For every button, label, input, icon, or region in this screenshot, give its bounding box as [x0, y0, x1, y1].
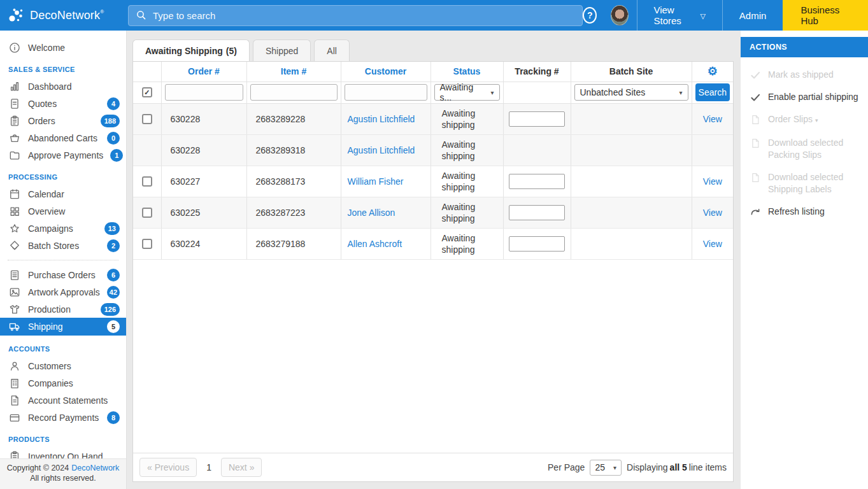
per-page-select[interactable]: 25 ▾	[590, 460, 622, 476]
previous-page-button[interactable]: « Previous	[139, 458, 197, 477]
table-row: 630224 2683279188 Allen Ashcroft Awaitin…	[133, 228, 733, 259]
truck-icon	[8, 320, 21, 333]
section-title-accounts: ACCOUNTS	[0, 336, 126, 357]
tab-awaiting-shipping[interactable]: Awaiting Shipping (5)	[132, 39, 250, 61]
help-icon[interactable]: ?	[583, 7, 597, 24]
action-refresh-listing[interactable]: Refresh listing	[741, 206, 868, 218]
person-icon	[8, 360, 21, 372]
diamond-icon	[8, 239, 21, 252]
sidebar-item-production[interactable]: Production 126	[0, 301, 126, 318]
next-page-button[interactable]: Next »	[221, 458, 262, 477]
sidebar-item-abandoned-carts[interactable]: Abandoned Carts 0	[0, 129, 126, 146]
deconetwork-logo-icon	[8, 7, 24, 24]
calendar-icon	[8, 188, 21, 201]
item-number: 2683287223	[246, 197, 341, 228]
sidebar-item-calendar[interactable]: Calendar	[0, 185, 126, 202]
sidebar-item-dashboard[interactable]: Dashboard	[0, 78, 126, 95]
statement-icon	[8, 394, 21, 407]
row-checkbox[interactable]	[142, 114, 152, 124]
row-checkbox[interactable]	[142, 239, 152, 249]
deconetwork-link[interactable]: DecoNetwork	[71, 464, 119, 472]
header-status[interactable]: Status	[430, 62, 503, 82]
building-icon	[8, 377, 21, 390]
tracking-input[interactable]	[509, 236, 565, 252]
business-hub-tab[interactable]: Business Hub	[783, 0, 868, 31]
sidebar-item-companies[interactable]: Companies	[0, 374, 126, 392]
file-icon	[750, 172, 761, 183]
order-number: 630227	[161, 166, 246, 197]
batch-site-cell	[571, 166, 692, 197]
registered-mark: ®	[100, 9, 104, 15]
top-bar: DecoNetwork® ? View Stores ▽ Admin Busin…	[0, 0, 868, 31]
record-payments-count-badge: 8	[107, 411, 120, 424]
sidebar-item-shipping[interactable]: Shipping 5	[0, 318, 126, 336]
status-text: Awaiting shipping	[430, 197, 503, 228]
tracking-input[interactable]	[509, 111, 565, 127]
caret-down-icon: ▾	[679, 89, 682, 96]
sidebar-item-overview[interactable]: Overview	[0, 202, 126, 220]
view-link[interactable]: View	[692, 114, 734, 124]
search-input[interactable]	[153, 10, 575, 21]
shipping-table: Order # Item # Customer Status Tracking …	[133, 62, 733, 260]
header-order[interactable]: Order #	[161, 62, 246, 82]
sidebar-item-artwork-approvals[interactable]: Artwork Approvals 42	[0, 283, 126, 301]
tab-shipped[interactable]: Shipped	[253, 39, 311, 61]
view-link[interactable]: View	[692, 176, 734, 187]
sidebar-item-record-payments[interactable]: Record Payments 8	[0, 409, 126, 426]
brand-logo[interactable]: DecoNetwork®	[0, 7, 127, 24]
tab-all[interactable]: All	[314, 39, 350, 61]
topbar-right-cluster: ? View Stores ▽ Admin Business Hub	[583, 0, 868, 31]
sidebar-item-campaigns[interactable]: Campaigns 13	[0, 220, 126, 237]
batch-site-cell	[571, 228, 692, 259]
sidebar-item-orders[interactable]: Orders 188	[0, 112, 126, 129]
main-content: Awaiting Shipping (5) Shipped All Order …	[127, 31, 741, 489]
star-icon	[8, 222, 21, 235]
customer-link[interactable]: Jone Allison	[348, 208, 395, 218]
header-customer[interactable]: Customer	[341, 62, 430, 82]
select-all-checkbox[interactable]: ✓	[142, 87, 152, 97]
view-stores-menu[interactable]: View Stores ▽	[637, 0, 722, 31]
order-number: 630228	[161, 103, 246, 134]
item-number: 2683288173	[246, 166, 341, 197]
status-filter-select[interactable]: Awaiting s... ▾	[434, 84, 500, 101]
customer-link[interactable]: Agustin Litchfield	[348, 114, 415, 124]
customer-filter-input[interactable]	[345, 84, 427, 101]
header-item[interactable]: Item #	[246, 62, 341, 82]
sidebar-item-welcome[interactable]: Welcome	[0, 39, 126, 56]
sidebar-item-customers[interactable]: Customers	[0, 357, 126, 374]
global-search[interactable]	[128, 5, 583, 26]
customer-link[interactable]: Allen Ashcroft	[348, 239, 402, 249]
sidebar-divider	[8, 260, 118, 260]
status-text: Awaiting shipping	[430, 228, 503, 259]
customer-link[interactable]: William Fisher	[348, 176, 404, 187]
batch-site-filter-select[interactable]: Unbatched Sites ▾	[574, 84, 688, 101]
sidebar-item-purchase-orders[interactable]: Purchase Orders 6	[0, 266, 126, 283]
view-link[interactable]: View	[692, 208, 734, 218]
row-checkbox[interactable]	[142, 176, 152, 187]
admin-tab[interactable]: Admin	[723, 0, 783, 31]
item-filter-input[interactable]	[250, 84, 338, 101]
action-download-packing-slips: Download selected Packing Slips	[741, 137, 868, 161]
sidebar-item-account-statements[interactable]: Account Statements	[0, 392, 126, 409]
tracking-input[interactable]	[509, 205, 565, 220]
per-page-label: Per Page	[548, 462, 585, 472]
tracking-input[interactable]	[509, 174, 565, 189]
sidebar-item-quotes[interactable]: Quotes 4	[0, 95, 126, 112]
action-enable-partial-shipping[interactable]: Enable partial shipping	[741, 91, 868, 103]
customer-link[interactable]: Agustin Litchfield	[348, 145, 415, 155]
caret-down-icon: ▾	[490, 89, 494, 96]
user-avatar[interactable]	[611, 5, 628, 25]
search-button[interactable]: Search	[695, 83, 730, 101]
row-checkbox[interactable]	[142, 208, 152, 218]
order-filter-input[interactable]	[165, 84, 243, 101]
approve-payments-count-badge: 1	[110, 149, 123, 162]
sidebar-item-approve-payments[interactable]: Approve Payments 1	[0, 146, 126, 164]
current-page-number: 1	[206, 462, 211, 472]
table-row: 630227 2683288173 William Fisher Awaitin…	[133, 166, 733, 197]
header-checkbox-col	[133, 62, 161, 82]
grid-icon	[8, 205, 21, 218]
gear-icon[interactable]: ⚙	[708, 65, 718, 78]
shipping-table-panel: Order # Item # Customer Status Tracking …	[132, 61, 734, 482]
sidebar-item-batch-stores[interactable]: Batch Stores 2	[0, 237, 126, 254]
view-link[interactable]: View	[692, 239, 734, 249]
